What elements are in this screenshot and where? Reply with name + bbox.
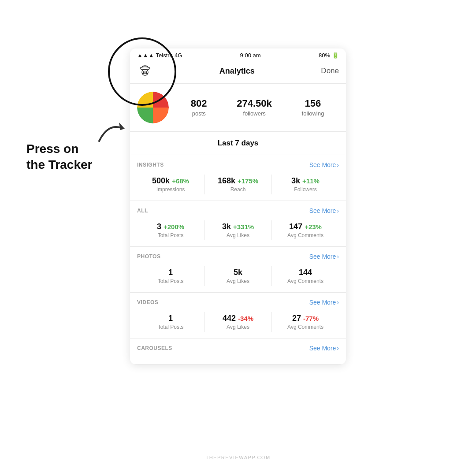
following-count: 156 [302,98,324,109]
grid-avatar [137,92,169,123]
carousels-see-more[interactable]: See More › [309,345,339,352]
stat-impressions: 500k +68% Impressions [137,175,205,194]
all-title: ALL [137,208,148,214]
reach-value: 168k +175% [205,176,271,186]
status-left: ▲▲▲ Telstra 4G [137,52,182,59]
chevron-right-icon: › [337,161,339,168]
photos-avg-likes: 5k Avg Likes [205,266,272,286]
stat-posts: 802 posts [191,98,207,117]
photos-section: PHOTOS See More › 1 Total Posts 5k Avg L… [130,247,346,293]
videos-see-more[interactable]: See More › [309,299,339,306]
posts-label: posts [192,110,206,117]
all-see-more[interactable]: See More › [309,207,339,214]
videos-header: VIDEOS See More › [137,299,339,306]
stat-followers: 274.50k followers [237,98,272,117]
videos-avg-likes: 442 -34% Avg Likes [205,312,272,332]
videos-avg-comments: 27 -77% Avg Comments [272,312,339,332]
avatar-cell-4 [153,108,169,123]
videos-comments-label: Avg Comments [272,324,339,330]
battery-label: 80% [319,52,330,59]
photos-avg-comments: 144 Avg Comments [272,266,339,286]
photos-likes-value: 5k [205,268,271,277]
all-section: ALL See More › 3 +200% Total Posts 3k +3… [130,201,346,247]
avg-likes-label: Avg Likes [205,232,271,238]
impressions-change: +68% [172,177,189,185]
videos-comments-change: -77% [303,315,319,322]
photos-total-posts: 1 Total Posts [137,266,205,286]
impressions-value: 500k +68% [137,176,204,186]
stat-followers-insight: 3k +11% Followers [272,175,339,194]
total-posts-change: +200% [164,223,184,231]
stat-reach: 168k +175% Reach [205,175,272,194]
videos-title: VIDEOS [137,299,158,305]
spy-icon [138,64,152,78]
carousels-header: CAROUSELS See More › [137,345,339,352]
profile-avatar [137,92,169,123]
total-posts-value: 3 +200% [137,222,204,231]
videos-posts-value: 1 [137,314,204,323]
done-button[interactable]: Done [321,67,339,75]
chevron-right-icon: › [337,253,339,260]
status-bar: ▲▲▲ Telstra 4G 9:00 am 80% 🔋 [130,48,346,60]
reach-label: Reach [205,186,271,193]
status-time: 9:00 am [240,52,261,59]
avg-comments-change: +23% [305,223,322,231]
profile-stats: 802 posts 274.50k followers 156 followin… [176,98,339,117]
carousels-title: CAROUSELS [137,345,172,351]
photos-comments-value: 144 [272,268,339,277]
arrow-icon [95,115,130,150]
photos-posts-label: Total Posts [137,278,204,284]
videos-likes-label: Avg Likes [205,324,271,330]
svg-marker-0 [119,123,125,130]
stat-avg-likes: 3k +331% Avg Likes [205,220,272,240]
impressions-label: Impressions [137,186,204,193]
followers-count: 274.50k [237,98,272,109]
photos-stats: 1 Total Posts 5k Avg Likes 144 Avg Comme… [137,266,339,286]
network-type: 4G [175,52,182,59]
chevron-right-icon: › [337,299,339,306]
insights-stats: 500k +68% Impressions 168k +175% Reach 3… [137,175,339,194]
photos-header: PHOTOS See More › [137,253,339,260]
posts-count: 802 [191,98,207,109]
total-posts-label: Total Posts [137,232,204,238]
insights-section: INSIGHTS See More › 500k +68% Impression… [130,155,346,201]
avatar-cell-2 [153,92,169,108]
videos-section: VIDEOS See More › 1 Total Posts 442 -34%… [130,293,346,338]
profile-section: 802 posts 274.50k followers 156 followin… [130,84,346,132]
photos-title: PHOTOS [137,253,160,260]
tracker-button[interactable] [137,63,153,79]
stat-total-posts: 3 +200% Total Posts [137,220,205,240]
videos-stats: 1 Total Posts 442 -34% Avg Likes 27 -77%… [137,312,339,332]
videos-likes-change: -34% [238,315,253,322]
footer: THEPREVIEWAPP.COM [0,455,476,460]
page-title: Analytics [219,67,255,76]
all-stats: 3 +200% Total Posts 3k +331% Avg Likes 1… [137,220,339,240]
reach-change: +175% [238,177,258,185]
following-label: following [302,110,324,117]
chevron-right-icon: › [337,345,339,352]
period-bar: Last 7 days [130,132,346,155]
followers-insight-value: 3k +11% [272,176,339,186]
svg-point-3 [143,71,144,72]
nav-bar: Analytics Done [130,60,346,84]
avg-likes-change: +331% [233,223,254,231]
avatar-cell-1 [137,92,153,108]
status-right: 80% 🔋 [319,52,339,59]
annotation: Press on the Tracker [26,88,119,173]
stat-following: 156 following [302,98,324,117]
photos-posts-value: 1 [137,268,204,277]
chevron-right-icon: › [337,207,339,214]
followers-label: followers [243,110,265,117]
carousels-section: CAROUSELS See More › [130,338,346,364]
avatar-cell-3 [137,108,153,123]
avg-likes-value: 3k +331% [205,222,271,231]
stat-avg-comments: 147 +23% Avg Comments [272,220,339,240]
photos-see-more[interactable]: See More › [309,253,339,260]
insights-see-more[interactable]: See More › [309,161,339,168]
signal-icon: ▲▲▲ [137,52,154,59]
insights-title: INSIGHTS [137,162,164,168]
videos-comments-value: 27 -77% [272,314,339,323]
phone-frame: ▲▲▲ Telstra 4G 9:00 am 80% 🔋 [130,48,346,364]
svg-point-4 [146,71,147,72]
videos-posts-label: Total Posts [137,324,204,330]
